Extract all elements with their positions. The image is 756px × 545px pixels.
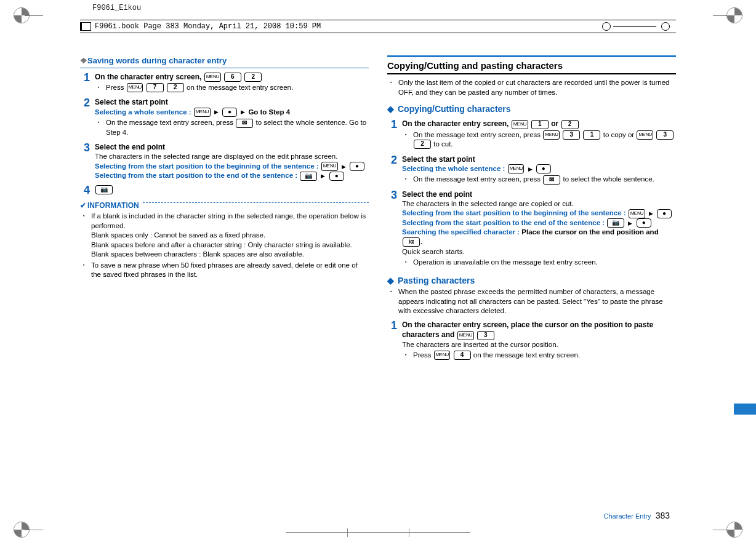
print-header: F906i.book Page 383 Monday, April 21, 20…	[80, 20, 676, 33]
step-2: 2 Select the start point Selecting a who…	[80, 97, 369, 138]
step-number: 1	[387, 119, 397, 150]
step-4: 4 📷	[80, 185, 369, 196]
section-tab	[734, 404, 756, 415]
book-icon	[80, 22, 91, 31]
step-title: Select the start point	[95, 97, 369, 107]
page: F906i_E1kou F906i.book Page 383 Monday, …	[0, 0, 756, 545]
key-4-icon: 4	[454, 351, 471, 360]
arrow-right-icon: ▶	[241, 109, 245, 115]
step-number: 3	[387, 189, 397, 269]
selection-instruction: Selecting from the start position to the…	[95, 171, 369, 181]
bullet: ・ To save a new phrase when 50 fixed phr…	[80, 261, 369, 280]
key-6-icon: 6	[224, 73, 241, 82]
header-decoration-icon	[600, 22, 670, 31]
bullet: ・ When the pasted phrase exceeds the per…	[387, 287, 676, 316]
bullet: ・ If a blank is included in the characte…	[80, 212, 369, 260]
bullet: ・ On the message text entry screen, pres…	[402, 130, 676, 149]
check-icon: ✔	[80, 201, 86, 210]
arrow-right-icon: ▶	[628, 220, 632, 226]
section-label: Character Entry	[604, 512, 651, 520]
arrow-right-icon: ▶	[342, 164, 346, 170]
step-title: Select the start point	[402, 154, 676, 164]
content-area: ❖Saving words during character entry 1 O…	[80, 55, 676, 502]
menu-key-icon: ME NU	[127, 83, 143, 92]
arrow-right-icon: ▶	[649, 210, 653, 217]
mail-key-icon: ✉	[543, 175, 560, 185]
key-3-icon: 3	[477, 331, 494, 340]
page-footer: Character Entry 383	[604, 511, 670, 520]
subheading-pasting: ◆Pasting characters	[387, 275, 676, 287]
arrow-right-icon: ▶	[321, 173, 325, 179]
registration-mark-icon	[719, 0, 750, 31]
heading-copy-cut-paste: Copying/Cutting and pasting characters	[387, 60, 676, 74]
arrow-right-icon: ▶	[528, 166, 533, 172]
menu-key-icon: ME NU	[512, 120, 528, 129]
step-title: On the character entry screen, ME NU 1 o…	[402, 119, 676, 129]
menu-key-icon: ME NU	[434, 351, 451, 360]
step-number: 1	[80, 72, 90, 94]
key-2-icon: 2	[414, 140, 431, 149]
key-3-icon: 3	[656, 130, 674, 140]
print-header-text: F906i.book Page 383 Monday, April 21, 20…	[95, 22, 321, 31]
step-body-text: The characters in the selected range are…	[402, 199, 676, 209]
registration-mark-icon	[719, 514, 750, 545]
bullet: ・ On the message text entry screen, pres…	[402, 175, 676, 185]
center-key-icon: ●	[657, 209, 672, 218]
right-column: Copying/Cutting and pasting characters ・…	[387, 55, 676, 502]
diamond-icon: ❖	[80, 56, 86, 65]
diamond-icon: ◆	[387, 275, 394, 287]
step-number: 2	[387, 154, 397, 186]
step-title: On the character entry screen, place the…	[402, 320, 676, 340]
key-2-icon: 2	[244, 73, 262, 82]
registration-mark-icon	[6, 0, 37, 31]
heading-saving-words: ❖Saving words during character entry	[80, 55, 369, 68]
selection-instruction: Selecting a whole sentence : ME NU ▶ ● ▶…	[95, 108, 369, 117]
camera-key-icon: 📷	[300, 172, 317, 181]
mail-key-icon: ✉	[236, 119, 253, 128]
selection-instruction: Selecting from the start position to the…	[95, 162, 369, 172]
center-key-icon: ●	[222, 108, 237, 117]
center-key-icon: ●	[350, 162, 364, 171]
center-key-icon: ●	[536, 164, 551, 173]
diamond-icon: ◆	[387, 103, 394, 115]
key-7-icon: 7	[147, 83, 164, 92]
iappli-key-icon: iα	[403, 237, 420, 247]
menu-key-icon: ME NU	[457, 331, 474, 340]
menu-key-icon: ME NU	[204, 73, 221, 82]
step-number: 3	[80, 142, 90, 181]
selection-instruction: Selecting from the start position to the…	[402, 209, 676, 218]
left-column: ❖Saving words during character entry 1 O…	[80, 55, 369, 502]
camera-key-icon: 📷	[95, 185, 113, 194]
menu-key-icon: ME NU	[629, 209, 645, 218]
step-title: 📷	[95, 185, 369, 194]
bullet: ・ On the message text entry screen, pres…	[95, 118, 369, 137]
step-title: Select the end point	[402, 189, 676, 199]
copy-step-2: 2 Select the start point Selecting the w…	[387, 154, 676, 186]
paste-step-1: 1 On the character entry screen, place t…	[387, 320, 676, 362]
step-3: 3 Select the end point The characters in…	[80, 142, 369, 181]
step-number: 2	[80, 97, 90, 138]
key-2-icon: 2	[561, 120, 579, 129]
center-key-icon: ●	[637, 218, 651, 228]
page-number: 383	[656, 511, 670, 520]
dashed-rule-icon	[143, 202, 369, 203]
bullet: ・ Operation is unavailable on the messag…	[402, 258, 676, 268]
step-body-text: Quick search starts.	[402, 247, 676, 257]
crop-marks-icon	[286, 532, 470, 541]
camera-key-icon: 📷	[607, 218, 624, 228]
arrow-right-icon: ▶	[214, 109, 219, 115]
step-1: 1 On the character entry screen, ME NU 6…	[80, 72, 369, 94]
menu-key-icon: ME NU	[637, 130, 653, 140]
key-2-icon: 2	[167, 83, 184, 92]
copy-step-1: 1 On the character entry screen, ME NU 1…	[387, 119, 676, 150]
doc-id-label: F906i_E1kou	[92, 4, 141, 12]
center-key-icon: ●	[329, 172, 344, 181]
information-heading: ✔INFORMATION	[80, 196, 369, 210]
selection-instruction: Selecting the whole sentence : ME NU ▶ ●	[402, 164, 676, 174]
key-1-icon: 1	[583, 130, 600, 140]
copy-step-3: 3 Select the end point The characters in…	[387, 189, 676, 269]
menu-key-icon: ME NU	[543, 130, 560, 140]
bullet: ・ Only the last item of the copied or cu…	[387, 78, 676, 97]
key-3-icon: 3	[563, 130, 580, 140]
bullet: ・ Press ME NU 7 2 on the message text en…	[95, 83, 369, 93]
